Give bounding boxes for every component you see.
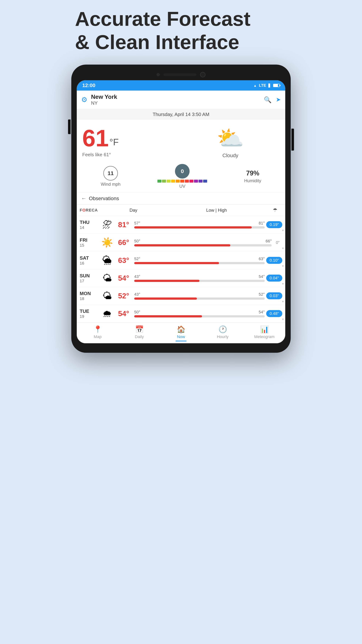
hi-temp-3: 54° bbox=[114, 274, 133, 282]
range-fill-3 bbox=[134, 280, 199, 282]
hourly-icon: 🕐 bbox=[219, 325, 227, 333]
day-num-3: 17 bbox=[80, 279, 100, 284]
now-icon: 🏠 bbox=[177, 325, 185, 333]
phone-screen: 12:00 LTE ⚙ New York NY 🔍 bbox=[76, 80, 286, 344]
weather-main: 61°F Feels like 61° ⛅ Cloudy bbox=[77, 120, 285, 160]
uv-label: UV bbox=[179, 184, 185, 189]
location-icon[interactable]: ➤ bbox=[276, 96, 281, 103]
uv-circle: 0 bbox=[175, 164, 190, 178]
temperature-section: 61°F Feels like 61° bbox=[82, 126, 181, 158]
headline-line2: & Clean Interface bbox=[75, 31, 239, 53]
forecast-row-3[interactable]: SUN 17 🌤 54° 43° 54° 0.04" ▾ bbox=[77, 269, 285, 287]
nav-active-indicator bbox=[176, 341, 186, 342]
search-icon[interactable]: 🔍 bbox=[264, 96, 272, 103]
range-temps-2: 52° 63° bbox=[134, 256, 265, 261]
wifi-icon bbox=[253, 83, 257, 88]
day-num-1: 15 bbox=[80, 243, 100, 248]
uv-segment-10 bbox=[203, 180, 207, 182]
nav-map[interactable]: 📍 Map bbox=[77, 325, 118, 342]
header-icons: 🔍 ➤ bbox=[264, 96, 281, 103]
nav-meteogram[interactable]: 📊 Meteogram bbox=[244, 325, 285, 342]
precip-badge-0: 0.19" bbox=[266, 221, 282, 228]
temperature-unit: °F bbox=[109, 137, 119, 147]
low-temp-5: 50° bbox=[134, 310, 140, 314]
gear-icon[interactable]: ⚙ bbox=[81, 96, 87, 104]
observations-tab[interactable]: ← Observations bbox=[77, 193, 285, 204]
forecast-row-0[interactable]: THU 14 ⛈ 81° 57° 81° 0.19" ▾ bbox=[77, 216, 285, 234]
day-num-5: 19 bbox=[80, 314, 100, 319]
forecast-row-4[interactable]: MON 18 🌤 52° 43° 52° 0.03" ▾ bbox=[77, 287, 285, 305]
feels-like: Feels like 61° bbox=[82, 152, 181, 158]
uv-bar bbox=[157, 180, 207, 182]
meteogram-icon: 📊 bbox=[260, 325, 269, 333]
range-temps-1: 50° 66° bbox=[134, 239, 272, 244]
forecast-row-2[interactable]: SAT 16 🌦 63° 52° 63° 0.10" ▾ bbox=[77, 252, 285, 269]
day-col-2: SAT 16 bbox=[80, 255, 100, 266]
uv-segment-6 bbox=[185, 180, 189, 182]
humidity-value: 79% bbox=[246, 170, 259, 177]
nav-daily[interactable]: 📅 Daily bbox=[118, 325, 160, 342]
uv-stat: 0 UV bbox=[157, 164, 207, 189]
day-name-5: TUE bbox=[80, 308, 100, 314]
foreca-logo: FORECA bbox=[80, 208, 98, 212]
range-col-1: 50° 66° bbox=[133, 239, 273, 246]
battery-fill bbox=[274, 84, 278, 87]
high-temp-2: 63° bbox=[259, 256, 265, 261]
status-icons: LTE bbox=[253, 83, 280, 88]
day-col-5: TUE 19 bbox=[80, 308, 100, 319]
day-col-3: SUN 17 bbox=[80, 273, 100, 284]
uv-segment-8 bbox=[194, 180, 198, 182]
range-bar-2 bbox=[134, 262, 265, 264]
range-bar-1 bbox=[134, 244, 272, 246]
uv-segment-1 bbox=[162, 180, 166, 182]
status-time: 12:00 bbox=[82, 82, 95, 88]
phone-wrapper: 12:00 LTE ⚙ New York NY 🔍 bbox=[71, 64, 291, 353]
forecast-section: FORECA Day Low | High ☂ THU 14 ⛈ 81° 57°… bbox=[77, 204, 285, 322]
range-col-0: 57° 81° bbox=[133, 221, 266, 228]
uv-segment-0 bbox=[157, 180, 161, 182]
row-chevron-5: ▾ bbox=[282, 317, 284, 321]
weather-icon-col-4: 🌤 bbox=[100, 290, 114, 301]
uv-segment-3 bbox=[171, 180, 175, 182]
uv-segment-5 bbox=[180, 180, 184, 182]
nav-hourly[interactable]: 🕐 Hourly bbox=[202, 325, 244, 342]
day-name-1: FRI bbox=[80, 237, 100, 243]
phone-shell: 12:00 LTE ⚙ New York NY 🔍 bbox=[71, 64, 291, 353]
forecast-row-5[interactable]: TUE 19 🌧 54° 50° 54° 0.48" ▾ bbox=[77, 305, 285, 322]
row-chevron-1: ▾ bbox=[282, 246, 284, 250]
back-arrow-icon: ← bbox=[81, 196, 86, 202]
weather-description: Cloudy bbox=[222, 152, 238, 158]
range-fill-1 bbox=[134, 244, 230, 246]
wind-speed: 11 bbox=[107, 170, 113, 176]
precip-badge-2: 0.10" bbox=[266, 257, 282, 264]
forecast-header: FORECA Day Low | High ☂ bbox=[77, 204, 285, 216]
umbrella-icon: ☂ bbox=[273, 207, 277, 213]
forecast-header-day: Day bbox=[101, 208, 165, 213]
high-temp-3: 54° bbox=[259, 274, 265, 279]
nav-map-label: Map bbox=[94, 334, 102, 339]
wind-label: Wind mph bbox=[101, 182, 120, 187]
forecast-header-lowhigh: Low | High bbox=[165, 208, 268, 213]
range-bar-4 bbox=[134, 298, 265, 300]
day-col-1: FRI 15 bbox=[80, 237, 100, 248]
forecast-row-1[interactable]: FRI 15 ☀️ 66° 50° 66° 0" ▾ bbox=[77, 234, 285, 252]
low-temp-2: 52° bbox=[134, 256, 140, 261]
wind-circle: 11 bbox=[103, 166, 118, 180]
headline: Accurate Forecast & Clean Interface bbox=[71, 7, 291, 54]
forecast-rows: THU 14 ⛈ 81° 57° 81° 0.19" ▾ FRI 15 ☀️ 6… bbox=[77, 216, 285, 322]
day-col-0: THU 14 bbox=[80, 220, 100, 230]
range-col-3: 43° 54° bbox=[133, 274, 266, 282]
nav-now[interactable]: 🏠 Now bbox=[160, 325, 202, 342]
uv-segment-4 bbox=[176, 180, 180, 182]
range-bar-5 bbox=[134, 315, 265, 318]
precip-badge-4: 0.03" bbox=[266, 292, 282, 299]
uv-segment-2 bbox=[167, 180, 171, 182]
city-state: NY bbox=[91, 100, 264, 106]
observations-label: Observations bbox=[89, 196, 119, 202]
status-bar: 12:00 LTE bbox=[77, 80, 285, 90]
range-col-2: 52° 63° bbox=[133, 256, 266, 264]
nav-daily-label: Daily bbox=[135, 334, 144, 339]
lte-text: LTE bbox=[259, 83, 266, 88]
uv-value: 0 bbox=[181, 168, 184, 174]
day-name-2: SAT bbox=[80, 255, 100, 261]
